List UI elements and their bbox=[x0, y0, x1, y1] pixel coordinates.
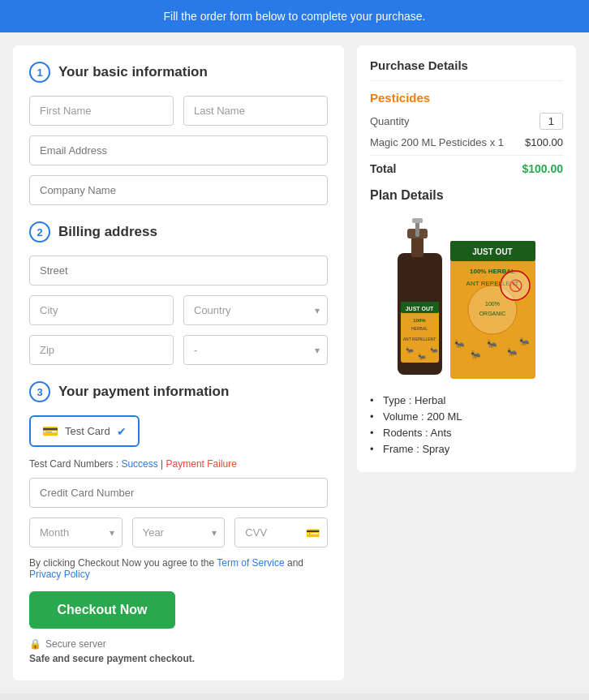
svg-text:HERBAL: HERBAL bbox=[411, 326, 428, 331]
month-select[interactable]: Month JanuaryFebruaryMarch AprilMayJune … bbox=[29, 517, 123, 548]
country-field[interactable]: Country bbox=[183, 295, 328, 325]
zip-field[interactable] bbox=[29, 335, 174, 365]
section2-number: 2 bbox=[29, 221, 50, 243]
purchase-details-title: Purchase Details bbox=[370, 58, 563, 81]
feature-type: Type : Herbal bbox=[370, 394, 563, 406]
feature-volume: Volume : 200 ML bbox=[370, 410, 563, 423]
svg-text:🐜: 🐜 bbox=[507, 346, 518, 357]
month-field[interactable]: Month JanuaryFebruaryMarch AprilMayJune … bbox=[29, 517, 123, 548]
svg-text:🐜: 🐜 bbox=[454, 338, 465, 349]
feature-rodents: Rodents : Ants bbox=[370, 427, 563, 439]
svg-text:🐜: 🐜 bbox=[418, 352, 426, 360]
product-image: JUST OUT 100% HERBAL ANT REPELLENT 🐜 🐜 🐜… bbox=[370, 213, 563, 383]
privacy-link[interactable]: Privacy Policy bbox=[29, 569, 90, 580]
item-price: $100.00 bbox=[525, 136, 563, 148]
left-panel: 1 Your basic information 2 Billing addre… bbox=[13, 45, 344, 681]
svg-text:100%: 100% bbox=[485, 301, 500, 307]
city-field[interactable] bbox=[29, 295, 174, 325]
checkout-button[interactable]: Checkout Now bbox=[29, 591, 175, 629]
company-input[interactable] bbox=[29, 175, 328, 205]
secure-info: 🔒 Secure server bbox=[29, 638, 328, 650]
svg-text:ORGANIC: ORGANIC bbox=[479, 311, 506, 316]
quantity-row: Quantity 1 bbox=[370, 113, 563, 130]
test-card-info: Test Card Numbers : Success | Payment Fa… bbox=[29, 458, 328, 470]
plan-details-title: Plan Details bbox=[370, 188, 563, 203]
item-row: Magic 200 ML Pesticides x 1 $100.00 bbox=[370, 136, 563, 148]
svg-text:ANT REPELLENT: ANT REPELLENT bbox=[403, 337, 436, 341]
lock-icon: 🔒 bbox=[29, 638, 41, 650]
card-label: Test Card bbox=[65, 425, 110, 437]
svg-text:JUST OUT: JUST OUT bbox=[406, 306, 434, 311]
product-image-svg: JUST OUT 100% HERBAL ANT REPELLENT 🐜 🐜 🐜… bbox=[389, 213, 544, 383]
product-name: Pesticides bbox=[370, 91, 563, 105]
section1-number: 1 bbox=[29, 62, 50, 83]
total-row: Total $100.00 bbox=[370, 155, 563, 175]
test-card-option[interactable]: 💳 Test Card ✔ bbox=[29, 415, 140, 447]
svg-text:🚫: 🚫 bbox=[509, 279, 523, 293]
total-price: $100.00 bbox=[522, 162, 563, 175]
terms-link[interactable]: Term of Service bbox=[217, 557, 284, 569]
section3-title: 3 Your payment information bbox=[29, 381, 328, 402]
year-field[interactable]: Year 20242025202620272028 bbox=[132, 517, 226, 548]
section3-number: 3 bbox=[29, 381, 50, 402]
country-select[interactable]: Country bbox=[183, 295, 328, 325]
street-input[interactable] bbox=[29, 256, 328, 286]
year-select[interactable]: Year 20242025202620272028 bbox=[132, 517, 226, 548]
svg-rect-4 bbox=[412, 218, 423, 223]
right-panel: Purchase Details Pesticides Quantity 1 M… bbox=[357, 45, 576, 472]
svg-text:🐜: 🐜 bbox=[487, 338, 497, 349]
state-field[interactable]: - bbox=[183, 335, 328, 365]
terms-text: By clicking Checkout Now you agree to th… bbox=[29, 557, 328, 580]
section1-title: 1 Your basic information bbox=[29, 62, 328, 83]
cvv-icon: 💳 bbox=[306, 526, 320, 539]
section2-title: 2 Billing address bbox=[29, 221, 328, 243]
first-name-field[interactable] bbox=[29, 96, 174, 126]
cvv-field[interactable]: 💳 bbox=[234, 517, 328, 548]
product-features: Type : Herbal Volume : 200 ML Rodents : … bbox=[370, 394, 563, 455]
city-input[interactable] bbox=[29, 295, 174, 325]
success-link[interactable]: Success bbox=[121, 458, 157, 470]
svg-text:🐜: 🐜 bbox=[406, 346, 414, 354]
svg-text:🐜: 🐜 bbox=[471, 349, 481, 359]
svg-text:🐜: 🐜 bbox=[430, 346, 438, 354]
svg-text:🐜: 🐜 bbox=[519, 336, 530, 346]
email-input[interactable] bbox=[29, 135, 328, 165]
svg-text:100%: 100% bbox=[413, 318, 426, 323]
checkmark-icon: ✔ bbox=[117, 425, 127, 438]
state-select[interactable]: - bbox=[183, 335, 328, 365]
first-name-input[interactable] bbox=[29, 96, 174, 126]
feature-frame: Frame : Spray bbox=[370, 443, 563, 455]
svg-text:JUST OUT: JUST OUT bbox=[472, 247, 512, 256]
failure-link[interactable]: Payment Failure bbox=[166, 458, 237, 470]
top-banner: Fill the order form below to complete yo… bbox=[0, 0, 589, 32]
cc-number-input[interactable] bbox=[29, 478, 328, 508]
quantity-value: 1 bbox=[540, 113, 563, 130]
last-name-field[interactable] bbox=[183, 96, 328, 126]
last-name-input[interactable] bbox=[183, 96, 328, 126]
safe-text: Safe and secure payment checkout. bbox=[29, 653, 328, 664]
zip-input[interactable] bbox=[29, 335, 174, 365]
card-icon: 💳 bbox=[42, 423, 58, 439]
